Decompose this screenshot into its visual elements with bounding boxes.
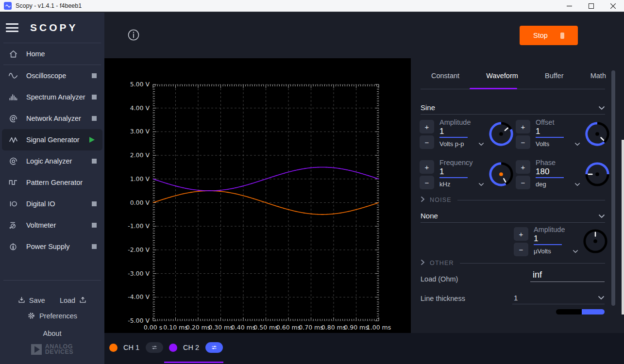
- svg-text:0.30 ms: 0.30 ms: [208, 324, 233, 331]
- load-ohm-label: Load (Ohm): [421, 275, 458, 283]
- svg-text:4.00 V: 4.00 V: [130, 104, 150, 112]
- load-label: Load: [60, 297, 75, 304]
- sidebar-item-oscilloscope[interactable]: Oscilloscope: [0, 65, 104, 86]
- offset-unit-select[interactable]: Volts: [536, 140, 580, 148]
- sidebar-item-spectrum-analyzer[interactable]: Spectrum Analyzer: [0, 86, 104, 108]
- minimize-icon: [567, 3, 572, 9]
- spectrum-analyzer-icon: [7, 91, 19, 103]
- voltmeter-icon: [7, 219, 19, 231]
- svg-text:0.00 V: 0.00 V: [130, 199, 150, 206]
- run-stop-button[interactable]: Stop: [520, 26, 578, 45]
- noise-amplitude-unit-select[interactable]: µVolts: [534, 248, 578, 255]
- sidebar-item-pattern-generator[interactable]: Pattern Generator: [0, 172, 104, 193]
- svg-text:0.20 ms: 0.20 ms: [186, 324, 211, 331]
- sidebar-item-digital-io[interactable]: Digital IO: [0, 193, 104, 215]
- line-thickness-label: Line thickness: [421, 295, 465, 302]
- amplitude-unit-select[interactable]: Volts p-p: [439, 140, 484, 148]
- line-thickness-select[interactable]: 1: [512, 291, 605, 304]
- amplitude-knob[interactable]: [488, 121, 514, 147]
- svg-text:1.00 ms: 1.00 ms: [367, 324, 391, 331]
- svg-text:0.50 ms: 0.50 ms: [253, 324, 278, 331]
- phase-increment-button[interactable]: +: [516, 160, 530, 174]
- load-button[interactable]: Load: [60, 296, 87, 304]
- channel-ch1[interactable]: CH 1: [109, 333, 163, 362]
- other-section-header[interactable]: OTHER: [421, 259, 605, 267]
- phase-value[interactable]: 180: [536, 167, 564, 178]
- panel-scrollbar[interactable]: [611, 70, 615, 306]
- noise-amplitude-value[interactable]: 1: [534, 234, 562, 245]
- amplitude-label: Amplitude: [439, 118, 488, 126]
- svg-text:0.10 ms: 0.10 ms: [163, 324, 188, 331]
- tab-buffer[interactable]: Buffer: [545, 72, 563, 80]
- sidebar-item-network-analyzer[interactable]: Network Analyzer: [0, 108, 104, 129]
- offset-decrement-button[interactable]: −: [516, 135, 530, 149]
- panel-horizontal-scroll-handle[interactable]: [556, 309, 605, 314]
- menu-toggle-icon[interactable]: [6, 23, 18, 32]
- load-ohm-input[interactable]: inf: [530, 270, 605, 282]
- svg-text:-5.00 V: -5.00 V: [128, 317, 150, 324]
- sidebar-item-label: Pattern Generator: [26, 179, 83, 186]
- gear-icon: [27, 312, 35, 320]
- frequency-knob[interactable]: [488, 161, 514, 187]
- ch1-settings-button[interactable]: [146, 342, 163, 353]
- sidebar-item-label: Signal Generator: [26, 136, 80, 144]
- phase-decrement-button[interactable]: −: [516, 176, 530, 189]
- sidebar-item-logic-analyzer[interactable]: Logic Analyzer: [0, 150, 104, 172]
- scopy-logo: SCOPY: [30, 22, 78, 33]
- tab-constant[interactable]: Constant: [431, 72, 459, 80]
- info-icon: [127, 28, 140, 42]
- titlebar: Scopy - v1.4.1 - f4beeb1: [0, 0, 624, 13]
- tab-waveform[interactable]: Waveform: [486, 72, 518, 80]
- waveform-type-select[interactable]: Sine: [421, 101, 605, 115]
- svg-text:-3.00 V: -3.00 V: [128, 270, 150, 277]
- sidebar-item-home[interactable]: Home: [0, 43, 104, 65]
- oscilloscope-icon: [7, 70, 19, 82]
- frequency-value[interactable]: 1: [439, 167, 468, 178]
- chevron-down-icon: [598, 293, 605, 302]
- offset-knob[interactable]: [584, 121, 610, 147]
- sidebar-item-label: Power Supply: [26, 243, 69, 250]
- sidebar-item-signal-generator[interactable]: Signal Generator: [2, 129, 102, 150]
- signal-generator-settings-panel: Constant Waveform Buffer Math Sine + −: [411, 58, 624, 333]
- signal-generator-icon: [7, 134, 19, 146]
- phase-knob[interactable]: [584, 161, 610, 187]
- phase-unit-select[interactable]: deg: [536, 181, 580, 188]
- noise-type-select[interactable]: None: [421, 209, 605, 223]
- scopy-app: Scopy - v1.4.1 - f4beeb1 SCOPY Home: [0, 0, 624, 364]
- chevron-down-icon: [478, 140, 484, 148]
- noise-amplitude-increment-button[interactable]: +: [514, 227, 528, 241]
- noise-section-header[interactable]: NOISE: [421, 196, 605, 204]
- preferences-button[interactable]: Preferences: [0, 312, 104, 320]
- logic-analyzer-icon: [7, 155, 19, 167]
- sidebar-item-voltmeter[interactable]: Voltmeter: [0, 215, 104, 236]
- save-button[interactable]: Save: [17, 296, 45, 304]
- offset-value[interactable]: 1: [536, 127, 564, 138]
- noise-amplitude-decrement-button[interactable]: −: [514, 243, 528, 256]
- noise-amplitude-knob[interactable]: [582, 228, 608, 254]
- channel-ch2[interactable]: CH 2: [169, 333, 223, 362]
- ch2-settings-button[interactable]: [205, 342, 223, 353]
- amplitude-decrement-button[interactable]: −: [420, 135, 434, 149]
- frequency-unit-select[interactable]: kHz: [439, 181, 484, 188]
- svg-text:3.00 V: 3.00 V: [130, 128, 150, 135]
- frequency-increment-button[interactable]: +: [420, 160, 434, 174]
- chevron-down-icon: [573, 248, 578, 255]
- frequency-label: Frequency: [439, 159, 488, 166]
- ch1-label: CH 1: [123, 344, 139, 351]
- amplitude-value[interactable]: 1: [439, 127, 468, 138]
- about-button[interactable]: About: [0, 330, 104, 337]
- instrument-info-button[interactable]: [127, 28, 140, 42]
- frequency-decrement-button[interactable]: −: [420, 176, 434, 189]
- tab-math[interactable]: Math: [590, 72, 606, 80]
- sidebar-item-power-supply[interactable]: Power Supply: [0, 236, 104, 257]
- amplitude-increment-button[interactable]: +: [420, 120, 434, 133]
- maximize-button[interactable]: [580, 0, 602, 12]
- frequency-unit-value: kHz: [439, 181, 450, 188]
- svg-text:-1.00 V: -1.00 V: [128, 222, 150, 230]
- minimize-button[interactable]: [558, 0, 580, 12]
- close-button[interactable]: [602, 0, 624, 12]
- offset-control: + − Offset 1 Volts: [516, 118, 612, 151]
- offset-increment-button[interactable]: +: [516, 120, 530, 133]
- offset-unit-value: Volts: [536, 140, 549, 148]
- ch1-color-dot: [109, 344, 118, 352]
